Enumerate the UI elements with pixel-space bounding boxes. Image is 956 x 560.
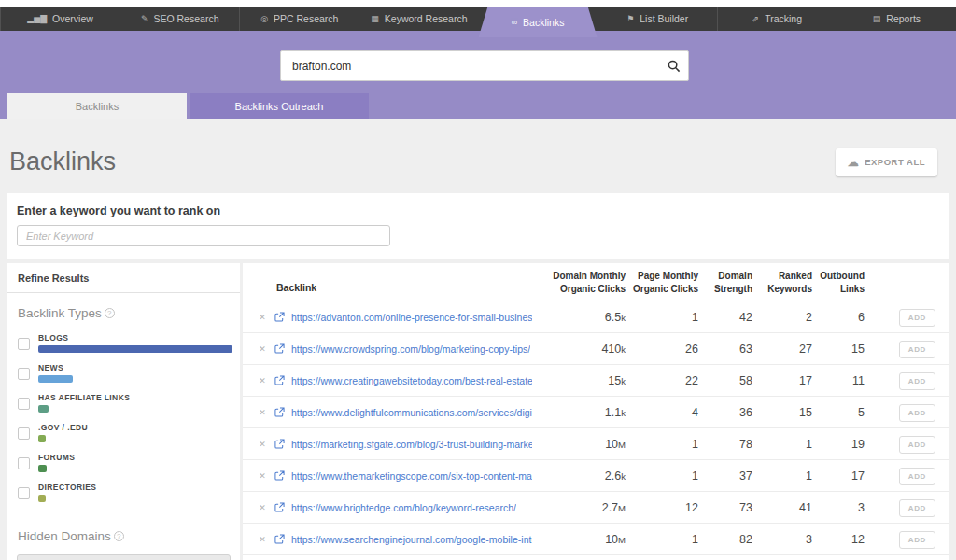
nav-tab-label: SEO Research [153,13,218,24]
keyword-card: Enter a keyword you want to rank on [7,193,949,259]
top-white-strip [0,0,956,7]
domain-strength: 37 [698,469,752,483]
type-label: BLOGS [38,333,232,343]
backlink-type-item: HAS AFFILIATE LINKS [7,393,240,413]
outbound-links: 11 [812,374,865,387]
add-button[interactable]: ADD [899,404,935,422]
add-button[interactable]: ADD [899,468,935,485]
backlink-type-item: .GOV / .EDU [7,423,240,442]
ranked-keywords: 41 [752,501,812,514]
outbound-links: 15 [812,343,865,356]
pencil-icon: ✎ [141,14,148,23]
page-monthly-organic-clicks: 22 [626,374,698,387]
add-button[interactable]: ADD [899,309,935,327]
nav-tab-label: Overview [52,13,93,24]
external-link-icon[interactable] [274,375,285,385]
external-link-icon[interactable] [274,534,285,544]
add-button[interactable]: ADD [899,531,935,549]
nav-tab-label: Reports [886,13,921,24]
backlink-type-item: NEWS [7,363,240,383]
backlink-url[interactable]: https://www.brightedge.com/blog/keyword-… [291,502,516,513]
backlink-url[interactable]: https://www.creatingawebsitetoday.com/be… [291,375,532,386]
hide-domain-icon[interactable]: ✕ [250,344,274,354]
tab-backlinks[interactable]: Backlinks [7,93,187,119]
external-link-icon[interactable] [274,343,285,354]
type-checkbox[interactable] [18,338,30,350]
external-link-icon[interactable] [274,407,285,417]
help-icon[interactable]: ? [105,308,115,318]
nav-tab-label: Backlinks [523,17,564,28]
hide-domain-icon[interactable]: ✕ [250,440,274,449]
external-link-icon[interactable] [274,312,285,322]
hide-domain-icon[interactable]: ✕ [250,503,274,512]
domain-search-input[interactable] [281,60,660,73]
export-all-button[interactable]: ☁ EXPORT ALL [836,148,937,176]
type-checkbox[interactable] [18,427,30,440]
external-link-icon[interactable] [274,470,285,481]
top-nav-tab[interactable]: ✎ SEO Research [120,7,239,31]
outbound-links: 19 [812,438,865,451]
domain-strength: 78 [698,438,752,451]
backlink-url[interactable]: https://advanton.com/online-presence-for… [291,312,532,323]
top-nav-tab[interactable]: ▤ Reports [836,7,956,31]
backlink-type-item: BLOGS [7,333,240,353]
top-nav-tab[interactable]: ◎ PPC Research [239,7,358,31]
tab-backlinks-outreach[interactable]: Backlinks Outreach [190,93,369,119]
header-backlink: Backlink [250,282,532,295]
table-header-row: Backlink Domain Monthly Organic Clicks P… [243,263,949,301]
domain-monthly-organic-clicks: 2.6k [532,469,626,483]
type-checkbox[interactable] [18,368,30,380]
add-button[interactable]: ADD [899,436,935,454]
type-checkbox[interactable] [18,398,30,410]
hide-domain-icon[interactable]: ✕ [250,408,274,417]
top-nav-tab[interactable]: ▦ Keyword Research [358,7,478,31]
refine-results-sidebar: Refine Results Backlink Types ? BLOGS [7,263,240,560]
add-button[interactable]: ADD [899,341,935,358]
hide-domain-icon[interactable]: ✕ [250,535,274,544]
external-link-icon[interactable] [274,439,285,449]
backlink-url[interactable]: https://www.themarketingscope.com/six-to… [291,470,532,482]
table-body: ✕ https://advanton.com/online-presence-f… [243,301,949,560]
cloud-download-icon: ☁ [848,156,860,169]
table-row: ✕ https://marketing.sfgate.com/blog/3-tr… [243,428,949,460]
hide-domain-icon[interactable]: ✕ [250,313,274,322]
backlink-url[interactable]: https://www.searchenginejournal.com/goog… [291,534,532,545]
page-title: Backlinks [9,147,116,176]
top-nav-tab[interactable]: ▂▅▇ Overview [0,7,120,31]
backlinks-sub-tabs: Backlinks Backlinks Outreach [0,93,369,119]
type-frequency-bar [38,435,46,442]
page-monthly-organic-clicks: 26 [626,343,698,356]
table-row: ✕ https://www.creatingawebsitetoday.com/… [243,365,949,397]
external-link-icon[interactable] [274,502,285,512]
page-monthly-organic-clicks: 1 [626,438,698,451]
backlink-url[interactable]: https://www.crowdspring.com/blog/marketi… [291,343,530,355]
ranked-keywords: 1 [752,438,812,451]
type-frequency-bar [38,465,47,472]
ranked-keywords: 15 [752,406,812,419]
type-checkbox[interactable] [18,457,30,469]
ranked-keywords: 2 [752,311,812,324]
hide-domain-icon[interactable]: ✕ [250,376,274,385]
help-icon[interactable]: ? [114,531,124,541]
table-row: ✕ https://www.delightfulcommunications.c… [243,397,949,428]
top-nav-tab[interactable]: ∞ Backlinks [479,7,598,37]
search-icon[interactable] [660,60,688,73]
hide-domain-icon[interactable]: ✕ [250,471,274,481]
backlink-url[interactable]: https://www.delightfulcommunications.com… [291,407,532,418]
domain-strength: 42 [698,311,752,324]
type-label: .GOV / .EDU [38,423,88,432]
type-frequency-bar [38,375,73,383]
type-checkbox[interactable] [18,487,30,499]
purple-banner: Backlinks Backlinks Outreach [0,31,956,119]
type-frequency-bar [38,495,46,502]
type-frequency-bar [38,345,232,353]
add-button[interactable]: ADD [899,372,935,390]
backlink-url[interactable]: https://marketing.sfgate.com/blog/3-trus… [291,439,532,450]
keyword-input[interactable] [17,225,390,246]
add-button[interactable]: ADD [899,499,935,517]
top-nav-tab[interactable]: ⇗ Tracking [717,7,836,31]
outbound-links: 5 [812,406,865,419]
domain-monthly-organic-clicks: 410k [532,343,626,356]
top-nav-tab[interactable]: ⚑ List Builder [598,7,717,31]
nav-tab-label: Tracking [765,13,802,24]
